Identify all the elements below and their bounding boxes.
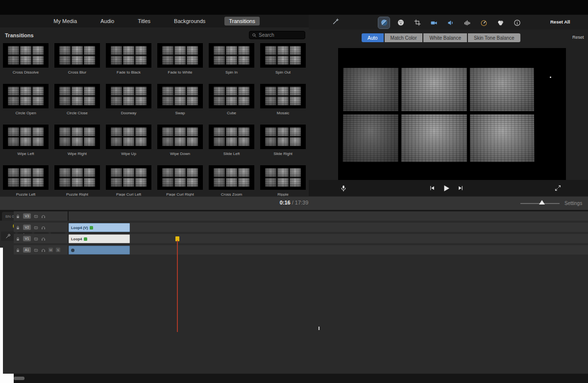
audio-toggle-icon[interactable] (41, 212, 46, 221)
transition-thumbnail[interactable] (3, 165, 49, 190)
transition-thumbnail[interactable] (3, 84, 49, 108)
transition-item[interactable]: Mosaic (257, 84, 309, 123)
transition-thumbnail[interactable] (260, 43, 306, 68)
browser-tab-transitions[interactable]: Transitions (224, 17, 259, 26)
track-lane[interactable] (69, 223, 588, 232)
track-lane[interactable] (69, 234, 588, 243)
browser-tab-titles[interactable]: Titles (133, 17, 155, 26)
play-button[interactable] (442, 184, 451, 193)
speed-icon[interactable] (478, 17, 490, 28)
thumbnail-texture (226, 168, 237, 177)
transition-item[interactable]: Wipe Left (0, 125, 51, 164)
track-lane[interactable] (69, 211, 588, 221)
color-balance-option-skin-tone-balance[interactable]: Skin Tone Balance (468, 33, 520, 42)
transition-thumbnail[interactable] (260, 84, 306, 108)
reset-button[interactable]: Reset (572, 35, 584, 40)
color-correction-icon[interactable] (395, 17, 406, 28)
crop-icon[interactable] (412, 17, 423, 28)
thumbnail-texture (8, 137, 19, 146)
transition-thumbnail[interactable] (54, 84, 100, 108)
transition-item[interactable]: Circle Open (0, 84, 51, 123)
transition-thumbnail[interactable] (157, 84, 203, 108)
transition-thumbnail[interactable] (157, 125, 203, 149)
scrollbar-handle[interactable] (14, 377, 24, 380)
monitor-toggle-icon[interactable] (34, 212, 38, 221)
lock-icon[interactable] (16, 223, 20, 232)
transition-thumbnail[interactable] (209, 43, 254, 68)
browser-tab-my-media[interactable]: My Media (49, 17, 81, 26)
transition-thumbnail[interactable] (157, 43, 203, 68)
transition-thumbnail[interactable] (260, 125, 306, 149)
transition-thumbnail[interactable] (209, 165, 254, 190)
transition-item[interactable]: Wipe Right (51, 125, 103, 164)
thumbnail-texture (265, 128, 276, 136)
fx-enabled-icon (84, 237, 87, 241)
transition-item[interactable]: Fade to White (154, 43, 206, 82)
monitor-toggle-icon[interactable] (34, 223, 38, 232)
transition-thumbnail[interactable] (3, 125, 49, 149)
enhance-wand-icon[interactable] (332, 18, 340, 27)
transition-item[interactable]: Fade to Black (103, 43, 154, 82)
timeline-clip[interactable]: Loop4 (69, 234, 130, 243)
timeline-clip[interactable]: Loop4 (V) (69, 223, 130, 232)
transition-thumbnail[interactable] (260, 165, 306, 190)
monitor-toggle-icon[interactable] (34, 246, 38, 255)
transition-item[interactable]: Wipe Up (103, 125, 154, 164)
transition-item[interactable]: Cross Dissolve (0, 43, 51, 82)
thumbnail-texture (238, 46, 249, 55)
audio-toggle-icon[interactable] (41, 223, 46, 232)
volume-icon[interactable] (445, 17, 456, 28)
settings-button[interactable]: Settings (564, 201, 582, 206)
skip-back-button[interactable] (429, 185, 435, 191)
color-balance-option-auto[interactable]: Auto (362, 33, 384, 42)
lock-icon[interactable] (16, 212, 20, 221)
lock-icon[interactable] (16, 234, 20, 243)
fullscreen-icon[interactable] (555, 185, 561, 191)
transition-thumbnail[interactable] (209, 84, 254, 108)
browser-tab-backgrounds[interactable]: Backgrounds (170, 17, 210, 26)
skip-forward-button[interactable] (458, 185, 464, 191)
transition-item[interactable]: Wipe Down (154, 125, 206, 164)
transition-item[interactable]: Slide Left (206, 125, 257, 164)
transition-thumbnail[interactable] (54, 165, 100, 190)
color-balance-option-match-color[interactable]: Match Color (385, 33, 423, 42)
transition-item[interactable]: Spin Out (257, 43, 309, 82)
mute-button[interactable]: M (49, 248, 53, 252)
lock-icon[interactable] (16, 246, 20, 255)
transition-thumbnail[interactable] (106, 84, 151, 108)
monitor-toggle-icon[interactable] (34, 234, 38, 243)
search-field[interactable] (249, 31, 305, 39)
color-balance-icon[interactable] (378, 17, 390, 28)
transition-item[interactable]: Doorway (103, 84, 154, 123)
transition-thumbnail[interactable] (209, 125, 254, 149)
timeline-zoom-slider[interactable] (520, 203, 560, 204)
transition-item[interactable]: Swap (154, 84, 206, 123)
transition-item[interactable]: Slide Right (257, 125, 309, 164)
transition-item[interactable]: Cross Blur (51, 43, 103, 82)
transition-item[interactable]: Cube (206, 84, 257, 123)
transition-thumbnail[interactable] (3, 43, 49, 68)
browser-tab-audio[interactable]: Audio (96, 17, 119, 26)
transition-thumbnail[interactable] (106, 165, 151, 190)
clip-filter-icon[interactable] (495, 17, 506, 28)
color-balance-option-white-balance[interactable]: White Balance (423, 33, 466, 42)
transition-thumbnail[interactable] (106, 43, 151, 68)
transition-thumbnail[interactable] (157, 165, 203, 190)
transition-item[interactable]: Spin In (206, 43, 257, 82)
audio-toggle-icon[interactable] (41, 246, 46, 255)
timeline-clip[interactable] (69, 246, 130, 255)
noise-reduction-icon[interactable] (462, 17, 473, 28)
audio-toggle-icon[interactable] (41, 234, 46, 243)
solo-button[interactable]: S (56, 248, 60, 252)
reset-all-button[interactable]: Reset All (550, 19, 570, 25)
transition-thumbnail[interactable] (106, 125, 151, 149)
search-input[interactable] (259, 32, 302, 38)
track-lane[interactable] (69, 245, 588, 255)
info-icon[interactable] (512, 17, 523, 28)
transition-item[interactable]: Circle Close (51, 84, 103, 123)
voiceover-mic-icon[interactable] (340, 185, 347, 192)
stabilization-icon[interactable] (428, 17, 440, 28)
zoom-slider-thumb[interactable] (539, 200, 545, 204)
transition-thumbnail[interactable] (54, 125, 100, 149)
transition-thumbnail[interactable] (54, 43, 100, 68)
